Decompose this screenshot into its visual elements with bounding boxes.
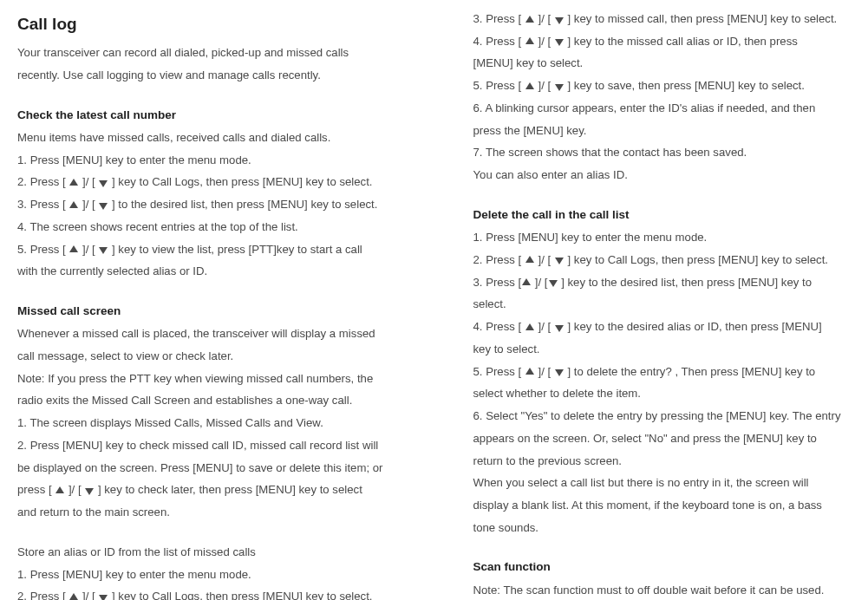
up-arrow-icon bbox=[55, 486, 64, 493]
body-text: tone sounds. bbox=[473, 517, 852, 539]
down-arrow-icon bbox=[555, 39, 564, 46]
up-arrow-icon bbox=[525, 368, 534, 375]
down-arrow-icon bbox=[555, 84, 564, 91]
body-text: select whether to delete the item. bbox=[473, 382, 852, 405]
body-text: 1. Press [MENU] key to enter the menu mo… bbox=[473, 226, 852, 249]
body-text: appears on the screen. Or, select "No" a… bbox=[473, 427, 852, 450]
left-column: Call log Your transceiver can record all… bbox=[17, 8, 395, 600]
body-text: with the currently selected alias or ID. bbox=[17, 260, 395, 283]
up-arrow-icon bbox=[522, 278, 531, 285]
down-arrow-icon bbox=[555, 325, 564, 332]
up-arrow-icon bbox=[69, 593, 78, 600]
body-text: display a blank list. At this moment, if… bbox=[473, 494, 852, 517]
down-arrow-icon bbox=[99, 180, 108, 187]
heading-missed-call: Missed call screen bbox=[17, 300, 395, 323]
up-arrow-icon bbox=[69, 179, 78, 186]
body-text: key to select. bbox=[473, 338, 852, 361]
down-arrow-icon bbox=[85, 488, 94, 495]
body-text: press the [MENU] key. bbox=[473, 120, 852, 142]
body-text: return to the previous screen. bbox=[473, 450, 852, 473]
body-text: Your transceiver can record all dialed, … bbox=[17, 42, 395, 64]
body-text: Note: The scan function must to off doub… bbox=[473, 579, 852, 600]
heading-call-log: Call log bbox=[17, 8, 395, 40]
body-text: radio exits the Missed Call Screen and e… bbox=[17, 389, 395, 412]
up-arrow-icon bbox=[69, 201, 78, 208]
body-text: 5. Press [ ]/ [ ] key to save, then pres… bbox=[473, 75, 852, 97]
up-arrow-icon bbox=[525, 37, 534, 44]
body-text: 1. The screen displays Missed Calls, Mis… bbox=[17, 412, 395, 434]
body-text: When you select a call list but there is… bbox=[473, 472, 852, 494]
body-text: 1. Press [MENU] key to enter the menu mo… bbox=[17, 564, 395, 586]
body-text: select. bbox=[473, 293, 852, 316]
body-text: [MENU] key to select. bbox=[473, 52, 852, 75]
down-arrow-icon bbox=[549, 280, 558, 287]
body-text: 4. Press [ ]/ [ ] key to the missed call… bbox=[473, 30, 852, 53]
right-column: 3. Press [ ]/ [ ] key to missed call, th… bbox=[473, 8, 852, 600]
down-arrow-icon bbox=[99, 247, 108, 254]
body-text: and return to the main screen. bbox=[17, 501, 395, 524]
body-text: 7. The screen shows that the contact has… bbox=[473, 141, 852, 164]
down-arrow-icon bbox=[555, 369, 564, 376]
body-text: be displayed on the screen. Press [MENU]… bbox=[17, 457, 395, 479]
heading-scan-function: Scan function bbox=[473, 556, 852, 578]
up-arrow-icon bbox=[69, 245, 78, 252]
body-text: 2. Press [ ]/ [ ] key to Call Logs, then… bbox=[17, 585, 395, 600]
body-text: 5. Press [ ]/ [ ] key to view the list, … bbox=[17, 238, 395, 261]
down-arrow-icon bbox=[555, 17, 564, 24]
down-arrow-icon bbox=[99, 595, 108, 600]
body-text: press [ ]/ [ ] key to check later, then … bbox=[17, 479, 395, 501]
up-arrow-icon bbox=[525, 82, 534, 89]
body-text: Whenever a missed call is placed, the tr… bbox=[17, 323, 395, 345]
up-arrow-icon bbox=[525, 323, 534, 330]
body-text: 6. Select "Yes" to delete the entry by p… bbox=[473, 405, 852, 427]
body-text: 2. Press [ ]/ [ ] key to Call Logs, then… bbox=[473, 249, 852, 271]
body-text: 3. Press [ ]/ [ ] key to the desired lis… bbox=[473, 271, 852, 294]
down-arrow-icon bbox=[99, 203, 108, 210]
body-text: Note: If you press the PTT key when view… bbox=[17, 368, 395, 390]
down-arrow-icon bbox=[555, 258, 564, 264]
body-text: 1. Press [MENU] key to enter the menu mo… bbox=[17, 149, 395, 172]
body-text: 5. Press [ ]/ [ ] to delete the entry? ,… bbox=[473, 361, 852, 383]
body-text: You can also enter an alias ID. bbox=[473, 164, 852, 186]
body-text: recently. Use call logging to view and m… bbox=[17, 64, 395, 87]
body-text: 4. Press [ ]/ [ ] key to the desired ali… bbox=[473, 316, 852, 338]
body-text: 4. The screen shows recent entries at th… bbox=[17, 216, 395, 238]
body-text: 3. Press [ ]/ [ ] to the desired list, t… bbox=[17, 193, 395, 216]
body-text: 6. A blinking cursor appears, enter the … bbox=[473, 97, 852, 120]
body-text: 2. Press [ ]/ [ ] key to Call Logs, then… bbox=[17, 171, 395, 193]
body-text: call message, select to view or check la… bbox=[17, 345, 395, 368]
body-text: 2. Press [MENU] key to check missed call… bbox=[17, 434, 395, 457]
heading-delete-call: Delete the call in the call list bbox=[473, 204, 852, 226]
up-arrow-icon bbox=[525, 256, 534, 263]
body-text: Store an alias or ID from the list of mi… bbox=[17, 541, 395, 564]
body-text: 3. Press [ ]/ [ ] key to missed call, th… bbox=[473, 8, 852, 30]
body-text: Menu items have missed calls, received c… bbox=[17, 127, 395, 149]
up-arrow-icon bbox=[525, 16, 534, 23]
heading-check-latest: Check the latest call number bbox=[17, 104, 395, 127]
